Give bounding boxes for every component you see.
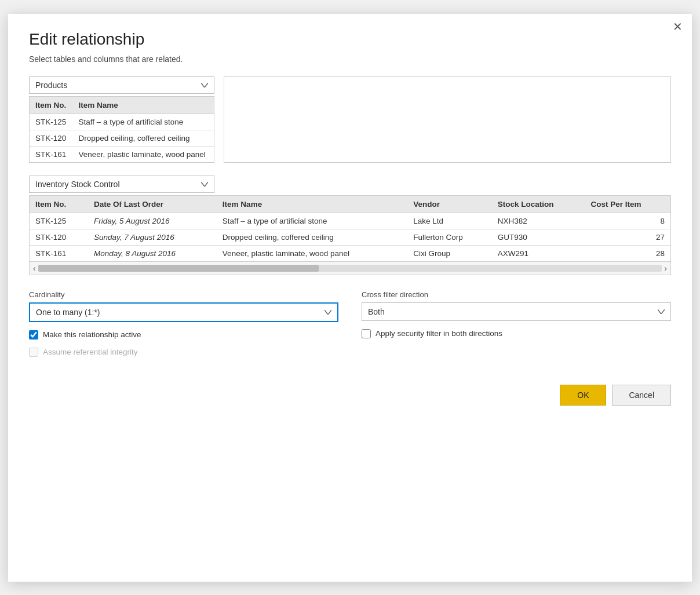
ok-button[interactable]: OK xyxy=(560,385,606,406)
table2-col-date: Date Of Last Order xyxy=(88,196,217,213)
controls-row: Cardinality One to many (1:*) Many to on… xyxy=(29,290,671,357)
integrity-checkbox xyxy=(29,348,38,357)
integrity-label: Assume referential integrity xyxy=(43,348,138,356)
cardinality-group: Cardinality One to many (1:*) Many to on… xyxy=(29,290,338,357)
table-row[interactable]: STK-161 Veneer, plastic laminate, wood p… xyxy=(30,146,214,162)
table2-dropdown[interactable]: Inventory Stock Control xyxy=(29,176,214,193)
scroll-left-arrow[interactable]: ‹ xyxy=(33,264,36,273)
cell-itemname: Veneer, plastic laminate, wood panel xyxy=(217,245,407,261)
table2-col-itemname: Item Name xyxy=(217,196,407,213)
table1-dropdown[interactable]: Products xyxy=(29,76,214,94)
cell-vendor: Fullerton Corp xyxy=(407,229,491,245)
table1-select-wrapper: Products xyxy=(29,76,214,94)
cardinality-label: Cardinality xyxy=(29,290,338,299)
table1-col-itemno: Item No. xyxy=(30,97,73,114)
cell-itemno: STK-161 xyxy=(30,146,73,162)
dialog-subtitle: Select tables and columns that are relat… xyxy=(29,54,671,64)
cell-itemno: STK-125 xyxy=(30,213,88,229)
table1: Item No. Item Name STK-125 Staff – a typ… xyxy=(30,97,214,162)
table2-header-row: Item No. Date Of Last Order Item Name Ve… xyxy=(30,196,670,213)
table-row[interactable]: STK-125 Friday, 5 August 2016 Staff – a … xyxy=(30,213,670,229)
cancel-button[interactable]: Cancel xyxy=(612,385,671,406)
table2-col-itemno: Item No. xyxy=(30,196,88,213)
cell-cost: 28 xyxy=(585,245,670,261)
scroll-track[interactable] xyxy=(38,265,662,272)
table2-section: Inventory Stock Control Item No. Date Of… xyxy=(29,176,671,275)
security-label: Apply security filter in both directions xyxy=(375,329,502,338)
scroll-right-arrow[interactable]: › xyxy=(664,264,667,273)
table2-col-cost: Cost Per Item xyxy=(585,196,670,213)
table1-section: Products Item No. Item Name STK-125 xyxy=(29,76,671,163)
cell-date: Sunday, 7 August 2016 xyxy=(88,229,217,245)
table2-col-stock: Stock Location xyxy=(492,196,585,213)
dialog-title: Edit relationship xyxy=(29,30,671,49)
table-row[interactable]: STK-125 Staff – a type of artificial sto… xyxy=(30,114,214,130)
table-row[interactable]: STK-161 Monday, 8 August 2016 Veneer, pl… xyxy=(30,245,670,261)
table1-container: Item No. Item Name STK-125 Staff – a typ… xyxy=(29,96,214,163)
cell-stock: NXH382 xyxy=(492,213,585,229)
cardinality-dropdown[interactable]: One to many (1:*) Many to one (*:1) One … xyxy=(29,302,338,322)
security-checkbox-row: Apply security filter in both directions xyxy=(362,329,671,338)
cell-vendor: Lake Ltd xyxy=(407,213,491,229)
table1-right-empty xyxy=(224,76,671,163)
cell-cost: 8 xyxy=(585,213,670,229)
table1-left: Products Item No. Item Name STK-125 xyxy=(29,76,214,163)
table2-container: Item No. Date Of Last Order Item Name Ve… xyxy=(29,195,671,275)
active-checkbox[interactable] xyxy=(29,330,38,340)
table1-header-row: Item No. Item Name xyxy=(30,97,214,114)
table1-col-itemname: Item Name xyxy=(73,97,214,114)
cell-itemname: Staff – a type of artificial stone xyxy=(217,213,407,229)
cell-itemno: STK-161 xyxy=(30,245,88,261)
footer: OK Cancel xyxy=(29,385,671,406)
scroll-thumb xyxy=(38,265,319,272)
cell-date: Monday, 8 August 2016 xyxy=(88,245,217,261)
cell-itemno: STK-120 xyxy=(30,229,88,245)
close-button[interactable]: ✕ xyxy=(673,21,683,32)
crossfilter-group: Cross filter direction Both Single Apply… xyxy=(362,290,671,338)
cell-itemname: Dropped ceiling, coffered ceiling xyxy=(217,229,407,245)
active-label: Make this relationship active xyxy=(43,330,141,339)
cell-cost: 27 xyxy=(585,229,670,245)
crossfilter-label: Cross filter direction xyxy=(362,290,671,299)
cell-itemname: Staff – a type of artificial stone xyxy=(73,114,214,130)
active-checkbox-row: Make this relationship active xyxy=(29,330,338,340)
cell-itemno: STK-120 xyxy=(30,130,73,146)
cell-date: Friday, 5 August 2016 xyxy=(88,213,217,229)
table2-select-wrapper: Inventory Stock Control xyxy=(29,176,671,193)
edit-relationship-dialog: ✕ Edit relationship Select tables and co… xyxy=(8,14,692,582)
crossfilter-dropdown[interactable]: Both Single xyxy=(362,302,671,321)
cell-itemno: STK-125 xyxy=(30,114,73,130)
integrity-checkbox-row: Assume referential integrity xyxy=(29,348,338,357)
cell-itemname: Dropped ceiling, coffered ceiling xyxy=(73,130,214,146)
cell-stock: AXW291 xyxy=(492,245,585,261)
cell-stock: GUT930 xyxy=(492,229,585,245)
cell-itemname: Veneer, plastic laminate, wood panel xyxy=(73,146,214,162)
table-row[interactable]: STK-120 Dropped ceiling, coffered ceilin… xyxy=(30,130,214,146)
security-checkbox[interactable] xyxy=(362,329,371,338)
table2-scrollbar[interactable]: ‹ › xyxy=(30,261,670,275)
table-row[interactable]: STK-120 Sunday, 7 August 2016 Dropped ce… xyxy=(30,229,670,245)
cell-vendor: Cixi Group xyxy=(407,245,491,261)
table2: Item No. Date Of Last Order Item Name Ve… xyxy=(30,196,670,261)
table2-col-vendor: Vendor xyxy=(407,196,491,213)
